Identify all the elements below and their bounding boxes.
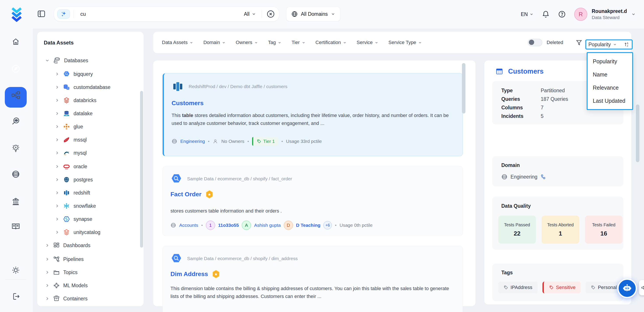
no-owners-label: No Owners (221, 139, 244, 144)
edge-widget-button[interactable] (639, 280, 644, 295)
tree-item-mysql[interactable]: mysql (55, 148, 87, 158)
domain-value[interactable]: Engineering (510, 174, 538, 180)
tree-item-label: snowflake (74, 203, 96, 209)
more-owners-badge[interactable]: +6 (324, 221, 332, 229)
globe-icon (170, 222, 176, 228)
asset-title-link[interactable]: Fact Order ★ (170, 190, 214, 199)
filter-tag[interactable]: Tag (268, 40, 282, 45)
owner-link[interactable]: D Teaching (296, 223, 320, 228)
global-search-bar[interactable]: All (54, 7, 279, 22)
nav-insights-icon[interactable] (12, 144, 20, 152)
nav-settings-gear-icon[interactable] (12, 266, 20, 274)
user-name: Rounakpreet.d (592, 8, 627, 15)
tree-item-bigquery[interactable]: bigquery (55, 69, 93, 79)
domain-link[interactable]: Accounts (179, 223, 198, 228)
tree-item-topics[interactable]: Topics (45, 267, 78, 278)
tier-badge[interactable]: Tier 1 (252, 137, 278, 146)
tree-item-label: unitycatalog (74, 229, 100, 235)
dot-separator: • (335, 223, 336, 228)
domain-link[interactable]: Engineering (180, 139, 205, 144)
owner-link[interactable]: 11o33o55 (218, 223, 239, 228)
chevron-right-icon (55, 98, 60, 103)
sort-az-icon[interactable]: AZ (624, 42, 630, 47)
lineage-link-icon[interactable] (540, 174, 546, 180)
nav-logout-icon[interactable] (12, 292, 20, 301)
search-clear-icon[interactable] (266, 10, 275, 19)
user-menu[interactable]: R Rounakpreet.d Data Steward (574, 8, 636, 21)
sort-option-last-updated[interactable]: Last Updated (588, 94, 632, 107)
chevron-right-icon (55, 217, 60, 222)
tree-item-dashboards[interactable]: Dashboards (45, 240, 90, 251)
chatbot-fab[interactable] (618, 279, 637, 298)
filter-label: Service (357, 40, 373, 45)
deleted-toggle[interactable] (528, 39, 542, 46)
search-results-panel: RedshiftProd / dev / Demo dbt Jaffle / c… (153, 61, 476, 306)
tree-item-customdatabase[interactable]: customdatabase (55, 82, 110, 92)
notifications-bell-icon[interactable] (542, 10, 550, 18)
tree-scrollbar[interactable] (140, 91, 143, 248)
tree-item-redshift[interactable]: redshift (55, 188, 90, 198)
nav-home-icon[interactable] (12, 38, 20, 46)
results-scrollbar[interactable] (462, 63, 466, 113)
nav-domains-globe-icon[interactable] (12, 170, 20, 179)
ai-sparkles-icon[interactable] (57, 10, 70, 19)
mssql-icon (63, 136, 70, 143)
filter-owners[interactable]: Owners (236, 40, 258, 45)
sort-option-relevance[interactable]: Relevance (588, 81, 632, 94)
tree-item-unitycatalog[interactable]: unitycatalog (55, 227, 100, 237)
tag-chip-personal[interactable]: Personal (586, 281, 622, 293)
sort-option-name[interactable]: Name (588, 68, 632, 81)
incidents-link[interactable]: 5 (541, 113, 544, 119)
filter-service-type[interactable]: Service Type (388, 40, 422, 45)
nav-lineage-icon[interactable] (12, 91, 20, 99)
tree-item-ml-models[interactable]: ML Models (45, 280, 88, 291)
tree-item-containers[interactable]: Containers (45, 293, 88, 304)
filter-domain[interactable]: Domain (203, 40, 226, 45)
result-card-dim-address[interactable]: Sample Data / ecommerce_db / shopify / d… (162, 246, 463, 312)
tree-item-pipelines[interactable]: Pipelines (45, 254, 84, 264)
globe-icon (172, 138, 177, 144)
filter-service[interactable]: Service (357, 40, 378, 45)
owner-link[interactable]: Ashish gupta (254, 223, 280, 228)
search-input[interactable] (80, 11, 221, 17)
result-card-fact-order[interactable]: Sample Data / ecommerce_db / shopify / f… (162, 166, 463, 236)
tree-item-synapse[interactable]: synapse (55, 214, 92, 224)
filter-data-assets[interactable]: Data Assets (162, 40, 193, 45)
tag-chip-sensitive[interactable]: Sensitive (542, 281, 581, 293)
tag-chip-ipaddress[interactable]: IPAddress (498, 281, 538, 293)
filter-tier[interactable]: Tier (292, 40, 305, 45)
asset-title-link[interactable]: Dim Address ★ (170, 270, 220, 278)
advanced-filter-funnel-icon[interactable] (576, 39, 582, 46)
tree-item-glue[interactable]: glue (55, 121, 83, 132)
language-selector[interactable]: EN (521, 12, 534, 17)
chevron-right-icon (55, 150, 60, 155)
nav-governance-icon[interactable] (12, 197, 20, 206)
sort-option-popularity[interactable]: Popularity (588, 55, 632, 68)
asset-title-link[interactable]: Customers (172, 100, 204, 107)
tree-item-postgres[interactable]: postgres (55, 174, 93, 185)
tree-item-mssql[interactable]: mssql (55, 134, 87, 145)
nav-observability-icon[interactable] (12, 117, 20, 125)
page-scrollbar[interactable] (636, 104, 640, 162)
help-icon[interactable] (558, 10, 566, 18)
all-domains-dropdown[interactable]: All Domains (286, 7, 340, 21)
tree-item-snowflake[interactable]: snowflake (55, 201, 96, 211)
preview-title-row[interactable]: Customers (496, 68, 544, 75)
dot-separator: • (201, 223, 203, 228)
nav-explore-compass-icon[interactable] (11, 64, 20, 74)
result-card-customers[interactable]: RedshiftProd / dev / Demo dbt Jaffle / c… (162, 73, 463, 156)
tests-failed-tile[interactable]: Tests Failed16 (585, 216, 622, 244)
sort-dropdown-button[interactable]: Popularity AZ (585, 40, 632, 50)
nav-knowledge-center-icon[interactable] (11, 222, 20, 231)
search-scope-dropdown[interactable]: All (244, 11, 256, 17)
tree-item-databases[interactable]: Databases (45, 55, 88, 66)
tree-item-databricks[interactable]: databricks (55, 95, 96, 106)
tree-item-oracle[interactable]: oracle (55, 161, 87, 172)
sidebar-collapse-icon[interactable] (37, 10, 46, 18)
filter-certification[interactable]: Certification (316, 40, 346, 45)
tree-item-datalake[interactable]: datalake (55, 108, 92, 119)
app-logo-icon[interactable] (9, 6, 24, 22)
tests-aborted-tile[interactable]: Tests Aborted1 (542, 216, 579, 244)
chevron-right-icon (55, 230, 60, 235)
tests-passed-tile[interactable]: Tests Passed22 (498, 216, 536, 244)
